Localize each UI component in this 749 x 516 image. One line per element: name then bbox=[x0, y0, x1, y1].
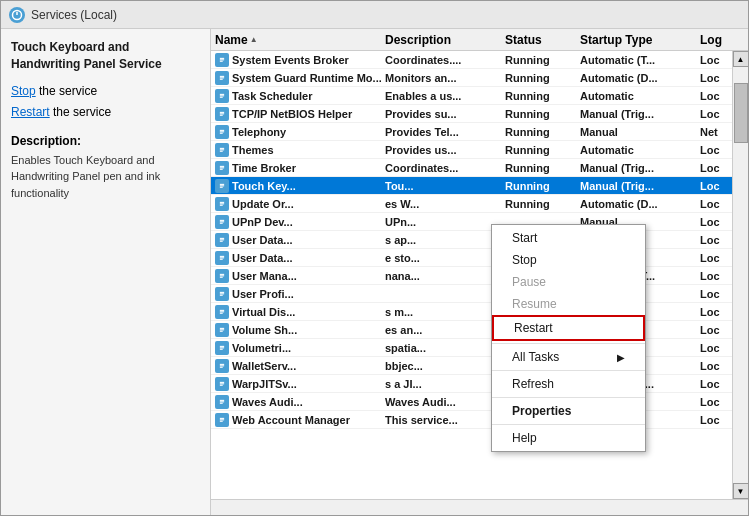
table-row[interactable]: Task Scheduler Enables a us... Running A… bbox=[211, 87, 732, 105]
svg-rect-16 bbox=[220, 111, 224, 112]
cell-log: Loc bbox=[696, 51, 732, 68]
scroll-thumb[interactable] bbox=[734, 83, 748, 143]
cell-log: Loc bbox=[696, 177, 732, 194]
title-bar: Services (Local) bbox=[1, 1, 748, 29]
cell-log: Loc bbox=[696, 285, 732, 302]
cell-desc: This service... bbox=[381, 411, 501, 428]
context-menu-item[interactable]: Stop bbox=[492, 249, 645, 271]
table-row[interactable]: User Profi... Running Automatic Loc bbox=[211, 285, 732, 303]
stop-link[interactable]: Stop bbox=[11, 84, 36, 98]
scrollbar[interactable]: ▲ ▼ bbox=[732, 51, 748, 499]
svg-rect-37 bbox=[220, 204, 223, 205]
col-header-scroll bbox=[736, 32, 748, 47]
cell-desc: s ap... bbox=[381, 231, 501, 248]
cell-name: User Profi... bbox=[211, 285, 381, 302]
cell-startup: Automatic bbox=[576, 87, 696, 104]
cell-desc: Tou... bbox=[381, 177, 501, 194]
table-row[interactable]: TCP/IP NetBIOS Helper Provides su... Run… bbox=[211, 105, 732, 123]
table-row[interactable]: Web Account Manager This service... Runn… bbox=[211, 411, 732, 429]
table-row[interactable]: Update Or... es W... Running Automatic (… bbox=[211, 195, 732, 213]
horizontal-scrollbar[interactable] bbox=[211, 500, 748, 516]
service-name-text: User Mana... bbox=[232, 270, 297, 282]
service-name-text: System Events Broker bbox=[232, 54, 349, 66]
table-row[interactable]: System Guard Runtime Mo... Monitors an..… bbox=[211, 69, 732, 87]
table-row[interactable]: WalletServ... bbjec... Manual Loc bbox=[211, 357, 732, 375]
svg-rect-49 bbox=[220, 258, 223, 259]
cell-name: System Guard Runtime Mo... bbox=[211, 69, 381, 86]
cell-name: Time Broker bbox=[211, 159, 381, 176]
restart-link[interactable]: Restart bbox=[11, 105, 50, 119]
col-header-startup[interactable]: Startup Type bbox=[576, 32, 696, 47]
service-name-text: Themes bbox=[232, 144, 274, 156]
cell-log: Loc bbox=[696, 231, 732, 248]
table-row[interactable]: Waves Audi... Waves Audi... Running Auto… bbox=[211, 393, 732, 411]
col-header-name[interactable]: Name▲ bbox=[211, 32, 381, 47]
table-row[interactable]: User Data... e sto... Running Manual Loc bbox=[211, 249, 732, 267]
context-menu-item[interactable]: Properties bbox=[492, 400, 645, 422]
cell-log: Loc bbox=[696, 339, 732, 356]
bottom-bar bbox=[211, 499, 748, 515]
context-menu-item[interactable]: Restart bbox=[492, 315, 645, 341]
table-row[interactable]: WarpJITSv... s a JI... Manual (Trig... L… bbox=[211, 375, 732, 393]
context-menu-item[interactable]: Start bbox=[492, 227, 645, 249]
table-row[interactable]: Themes Provides us... Running Automatic … bbox=[211, 141, 732, 159]
content-area: Touch Keyboard and Handwriting Panel Ser… bbox=[1, 29, 748, 515]
table-row[interactable]: UPnP Dev... UPn... Manual Loc bbox=[211, 213, 732, 231]
scroll-down-button[interactable]: ▼ bbox=[733, 483, 749, 499]
svg-rect-84 bbox=[220, 417, 224, 418]
menu-separator bbox=[492, 424, 645, 425]
window-icon bbox=[9, 7, 25, 23]
cell-desc: Provides us... bbox=[381, 141, 501, 158]
service-name-text: Volume Sh... bbox=[232, 324, 297, 336]
context-menu-item[interactable]: Help bbox=[492, 427, 645, 449]
cell-name: User Data... bbox=[211, 231, 381, 248]
table-row[interactable]: Volumetri... spatia... Manual Loc bbox=[211, 339, 732, 357]
cell-log: Loc bbox=[696, 87, 732, 104]
service-name-text: Waves Audi... bbox=[232, 396, 303, 408]
context-menu-item[interactable]: Refresh bbox=[492, 373, 645, 395]
service-icon bbox=[215, 215, 229, 229]
svg-rect-21 bbox=[220, 132, 223, 133]
title-bar-text: Services (Local) bbox=[31, 8, 117, 22]
table-row[interactable]: Time Broker Coordinates... Running Manua… bbox=[211, 159, 732, 177]
col-header-log[interactable]: Log bbox=[696, 32, 736, 47]
cell-name: Virtual Dis... bbox=[211, 303, 381, 320]
menu-separator bbox=[492, 343, 645, 344]
scroll-up-button[interactable]: ▲ bbox=[733, 51, 749, 67]
cell-desc: Enables a us... bbox=[381, 87, 501, 104]
cell-name: Touch Key... bbox=[211, 177, 381, 194]
context-menu-item[interactable]: Pause bbox=[492, 271, 645, 293]
col-header-desc[interactable]: Description bbox=[381, 32, 501, 47]
context-menu: StartStopPauseResumeRestartAll Tasks▶Ref… bbox=[491, 224, 646, 452]
service-icon bbox=[215, 377, 229, 391]
table-row[interactable]: Virtual Dis... s m... Manual Loc bbox=[211, 303, 732, 321]
cell-desc: Provides su... bbox=[381, 105, 501, 122]
scroll-track[interactable] bbox=[734, 67, 748, 483]
svg-rect-33 bbox=[220, 186, 223, 187]
cell-log: Loc bbox=[696, 105, 732, 122]
svg-rect-63 bbox=[220, 329, 224, 330]
cell-name: UPnP Dev... bbox=[211, 213, 381, 230]
service-links: Stop the service Restart the service bbox=[11, 81, 200, 124]
table-row[interactable]: System Events Broker Coordinates.... Run… bbox=[211, 51, 732, 69]
table-row[interactable]: User Data... s ap... Running Manual Loc bbox=[211, 231, 732, 249]
table-row[interactable]: Touch Key... Tou... Running Manual (Trig… bbox=[211, 177, 732, 195]
context-menu-item[interactable]: Resume bbox=[492, 293, 645, 315]
svg-rect-3 bbox=[220, 59, 224, 60]
col-header-status[interactable]: Status bbox=[501, 32, 576, 47]
cell-log: Loc bbox=[696, 141, 732, 158]
context-menu-item[interactable]: All Tasks▶ bbox=[492, 346, 645, 368]
cell-status: Running bbox=[501, 141, 576, 158]
service-name-text: System Guard Runtime Mo... bbox=[232, 72, 381, 84]
cell-log: Loc bbox=[696, 69, 732, 86]
service-icon bbox=[215, 413, 229, 427]
table-row[interactable]: Volume Sh... es an... Manual Loc bbox=[211, 321, 732, 339]
table-row[interactable]: Telephony Provides Tel... Running Manual… bbox=[211, 123, 732, 141]
cell-name: Web Account Manager bbox=[211, 411, 381, 428]
svg-rect-64 bbox=[220, 327, 224, 328]
cell-desc: bbjec... bbox=[381, 357, 501, 374]
table-row[interactable]: User Mana... nana... Running Automatic (… bbox=[211, 267, 732, 285]
svg-rect-23 bbox=[220, 149, 224, 150]
svg-rect-24 bbox=[220, 147, 224, 148]
cell-desc: e sto... bbox=[381, 249, 501, 266]
